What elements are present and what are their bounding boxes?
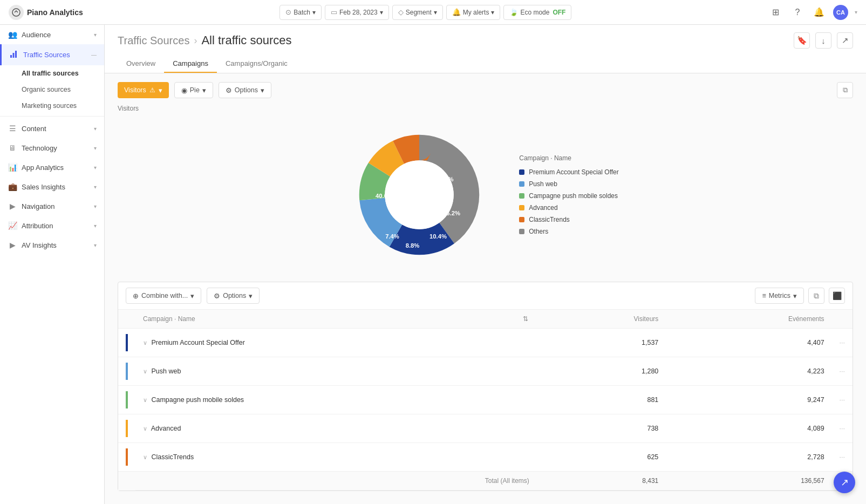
traffic-sources-chevron-icon: — — [91, 52, 97, 58]
legend-dot-advanced — [519, 205, 524, 210]
bell-icon: 🔔 — [452, 8, 461, 16]
table-row: ∨ Advanced 738 4,089 ··· — [118, 414, 853, 443]
apps-icon[interactable]: ⊞ — [768, 5, 783, 20]
table-row: ∨ Premium Account Special Offer 1,537 4,… — [118, 329, 853, 357]
row-actions[interactable]: ··· — [832, 357, 853, 386]
traffic-sources-icon — [9, 50, 19, 60]
sidebar-item-content[interactable]: ☰ Content ▾ — [0, 119, 104, 138]
row-expand-icon[interactable]: ∨ — [143, 397, 147, 403]
tab-campaigns[interactable]: Campaigns — [164, 55, 217, 73]
sidebar: 👥 Audience ▾ Traffic Sources — All traff… — [0, 25, 105, 504]
av-insights-chevron-icon: ▾ — [94, 242, 97, 248]
svg-rect-2 — [13, 53, 15, 58]
sidebar-label-audience: Audience — [22, 31, 51, 39]
combine-chevron-icon: ▾ — [190, 292, 194, 300]
pie-chevron-icon: ▾ — [202, 86, 206, 94]
row-expand-icon[interactable]: ∨ — [143, 339, 147, 346]
row-visitors: 1,537 — [537, 329, 666, 357]
sidebar-item-audience[interactable]: 👥 Audience ▾ — [0, 25, 104, 44]
tab-campaigns-organic[interactable]: Campaigns/Organic — [217, 55, 296, 73]
content-header: Traffic Sources › All traffic sources 🔖 … — [105, 25, 866, 73]
bookmark-button[interactable]: 🔖 — [794, 32, 810, 49]
row-expand-icon[interactable]: ∨ — [143, 425, 147, 432]
date-label: Feb 28, 2023 — [339, 9, 378, 16]
attribution-chevron-icon: ▾ — [94, 223, 97, 229]
svg-point-10 — [385, 160, 454, 229]
events-col-header[interactable]: Evénements — [666, 310, 831, 329]
user-chevron-icon[interactable]: ▾ — [855, 9, 857, 15]
svg-text:40.0%: 40.0% — [376, 193, 393, 199]
notification-icon[interactable]: 🔔 — [812, 5, 827, 20]
table-copy-button[interactable]: ⧉ — [808, 288, 824, 304]
sidebar-sub-all-traffic[interactable]: All traffic sources — [22, 65, 104, 81]
row-visitors: 625 — [537, 443, 666, 472]
row-actions[interactable]: ··· — [832, 329, 853, 357]
table-options-icon: ⚙ — [214, 292, 220, 300]
row-expand-icon[interactable]: ∨ — [143, 454, 147, 460]
main-layout: 👥 Audience ▾ Traffic Sources — All traff… — [0, 25, 866, 504]
sort-icon: ⇅ — [523, 315, 528, 323]
options-button[interactable]: ⚙ Options ▾ — [219, 82, 271, 98]
app-logo: Piano Analytics — [9, 5, 83, 20]
campaign-col-header[interactable]: Campaign · Name — [135, 310, 515, 329]
row-events: 4,089 — [666, 414, 831, 443]
batch-chevron-icon: ▾ — [312, 9, 316, 16]
app-analytics-chevron-icon: ▾ — [94, 165, 97, 171]
batch-icon: ⊙ — [285, 8, 291, 16]
combine-with-button[interactable]: ⊕ Combine with... ▾ — [126, 288, 201, 304]
row-actions[interactable]: ··· — [832, 386, 853, 414]
options-icon: ⚙ — [226, 86, 232, 94]
sidebar-item-sales-insights[interactable]: 💼 Sales Insights ▾ — [0, 177, 104, 196]
user-avatar[interactable]: CA — [833, 5, 848, 20]
sidebar-sub-organic[interactable]: Organic sources — [22, 81, 104, 98]
visitors-col-header[interactable]: Visiteurs — [537, 310, 666, 329]
legend-dot-campagne — [519, 193, 524, 199]
segment-button[interactable]: ◇ Segment ▾ — [392, 5, 443, 20]
sales-insights-icon: 💼 — [8, 182, 17, 191]
sidebar-label-app-analytics: App Analytics — [22, 164, 64, 172]
row-actions[interactable]: ··· — [832, 443, 853, 472]
alerts-button[interactable]: 🔔 My alerts ▾ — [446, 5, 501, 20]
chart-area: 18.2% 15.2% 10.4% 8.8% 7.4% 40.0% Campai… — [118, 117, 853, 273]
av-insights-icon: ▶ — [8, 241, 17, 249]
row-name: ∨ Advanced — [135, 414, 515, 443]
sidebar-sub-marketing[interactable]: Marketing sources — [22, 98, 104, 114]
row-actions[interactable]: ··· — [832, 414, 853, 443]
app-analytics-icon: 📊 — [8, 163, 17, 172]
ecomode-button[interactable]: 🍃 Eco mode OFF — [503, 5, 571, 20]
sidebar-label-attribution: Attribution — [22, 222, 53, 230]
batch-button[interactable]: ⊙ Batch ▾ — [279, 5, 322, 20]
sort-col-header[interactable]: ⇅ — [515, 310, 537, 329]
legend-dot-push-web — [519, 181, 524, 187]
tab-overview[interactable]: Overview — [118, 55, 164, 73]
help-icon[interactable]: ? — [790, 5, 805, 20]
sidebar-item-app-analytics[interactable]: 📊 App Analytics ▾ — [0, 158, 104, 177]
calendar-icon: ▭ — [331, 8, 337, 16]
attribution-icon: 📈 — [8, 221, 17, 230]
copy-chart-button[interactable]: ⧉ — [837, 82, 853, 98]
pie-label: Pie — [190, 86, 200, 94]
fab-button[interactable]: ↗ — [834, 472, 855, 493]
table-options-button[interactable]: ⚙ Options ▾ — [207, 288, 260, 304]
legend-item-push-web: Push web — [519, 180, 619, 188]
sidebar-item-traffic-sources[interactable]: Traffic Sources — — [0, 44, 104, 65]
row-expand-icon[interactable]: ∨ — [143, 368, 147, 374]
table-export-button[interactable]: ⬛ — [829, 288, 845, 304]
legend-dot-others — [519, 229, 524, 234]
pie-button[interactable]: ◉ Pie ▾ — [174, 82, 213, 98]
legend-dot-classictrends — [519, 217, 524, 222]
share-button[interactable]: ↗ — [837, 32, 853, 49]
sidebar-item-navigation[interactable]: ▶ Navigation ▾ — [0, 196, 104, 216]
visitors-chevron-icon: ▾ — [159, 86, 162, 94]
visitors-button[interactable]: Visitors ⚠ ▾ — [118, 82, 169, 98]
ecomode-icon: 🍃 — [509, 8, 518, 16]
sidebar-item-attribution[interactable]: 📈 Attribution ▾ — [0, 216, 104, 235]
metrics-button[interactable]: ≡ Metrics ▾ — [755, 288, 804, 304]
legend-label-others: Others — [529, 228, 548, 235]
sidebar-item-av-insights[interactable]: ▶ AV Insights ▾ — [0, 235, 104, 255]
sidebar-item-technology[interactable]: 🖥 Technology ▾ — [0, 138, 104, 158]
download-button[interactable]: ↓ — [815, 32, 831, 49]
date-button[interactable]: ▭ Feb 28, 2023 ▾ — [325, 5, 389, 20]
row-name: ∨ Premium Account Special Offer — [135, 329, 515, 357]
navigation-icon: ▶ — [8, 202, 17, 210]
